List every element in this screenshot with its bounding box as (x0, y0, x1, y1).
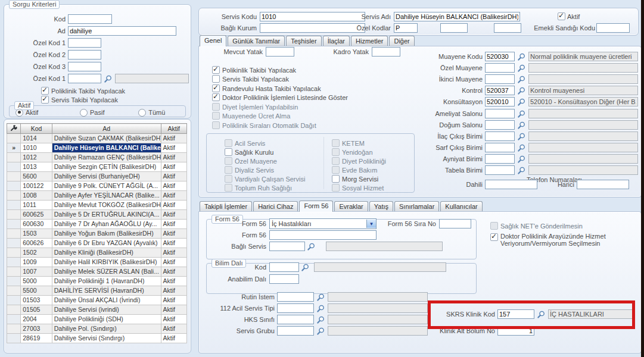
search-icon[interactable] (104, 74, 113, 83)
search-icon[interactable] (517, 121, 526, 130)
table-row[interactable]: 600630Dahiliye 7 Dr Ayhan AĞAOĞLU (Ay...… (7, 220, 187, 229)
tab-yatis[interactable]: Yatış (369, 201, 393, 211)
ozel-kod-1b-input[interactable] (68, 74, 101, 83)
ozel-kod-1-input[interactable] (68, 38, 101, 48)
table-row[interactable]: 5600Dahiliye Servisi (BurhaniyeDH)Aktif (7, 172, 187, 181)
table-row-selected[interactable]: »1010Dahiliye Hüseyin BALKANCI (Balike..… (7, 143, 187, 153)
ilac-cikis-input[interactable] (485, 131, 515, 141)
search-icon[interactable] (517, 155, 526, 164)
servis-adi-input[interactable] (394, 12, 520, 21)
tab-takipli-islemler[interactable]: Takipli İşlemler (200, 201, 252, 211)
sarf-cikis-input[interactable] (485, 143, 515, 152)
mevcut-yatak-input[interactable] (266, 47, 294, 57)
ad-input[interactable] (68, 26, 176, 36)
muayene-kodu-input[interactable] (485, 52, 515, 61)
radio-pasif[interactable]: Pasif (80, 109, 138, 117)
tab-gunluk-tanimlar[interactable]: Günlük Tanımlar (228, 36, 285, 46)
ozel-kodlar-input-3[interactable] (494, 23, 521, 33)
table-row[interactable]: 1011Dahiliye Mevlut TOKGÖZ (BalikesirDH)… (7, 201, 187, 210)
table-row[interactable]: 100122Dahiliye 9 Polk. CÜNEYT AĞGİL (A..… (7, 181, 187, 191)
col-header-kod[interactable]: Kod (21, 124, 52, 134)
ozel-kod-3-input[interactable] (68, 62, 101, 71)
search-icon[interactable] (517, 64, 526, 73)
poliklinik-takibi-checkbox[interactable] (41, 87, 49, 95)
bagli-servis-input[interactable] (269, 242, 305, 251)
form56-sira-no-input[interactable] (439, 219, 471, 228)
search-icon[interactable] (301, 263, 310, 272)
servis-takibi-yapilacak-checkbox[interactable] (212, 75, 220, 83)
table-row[interactable]: 5000Dahiliye Polikliniği 1 (HavranDH)Akt… (7, 277, 187, 286)
randevulu-hasta-checkbox[interactable] (212, 84, 220, 92)
morg-servisi-checkbox[interactable] (332, 175, 340, 183)
ozel-muayene-input[interactable] (485, 63, 515, 73)
kontrol-input[interactable] (485, 86, 515, 95)
dahili-input[interactable] (485, 180, 537, 189)
konsultasyon-input[interactable] (485, 97, 515, 107)
table-row[interactable]: 600626Dahiliye 6 Dr Ebru YAZGAN (Ayvalık… (7, 239, 187, 248)
search-icon[interactable] (517, 143, 526, 152)
aktif-checkbox[interactable] (558, 12, 565, 20)
doktor-poliklinik-arayuz-checkbox[interactable] (490, 233, 498, 241)
poliklinik-takibi-yapilacak-checkbox[interactable] (212, 66, 220, 74)
tab-teshisler[interactable]: Teşhisler (286, 36, 321, 46)
table-row[interactable]: 1007Dahiliye Melek SÜZER ASLAN (Bali...A… (7, 267, 187, 277)
table-row[interactable]: 5500DAHİLİYE SERVİSİ (HavranDH)Aktif (7, 286, 187, 296)
table-row[interactable]: 28619Dahiliye Servisi (Sındırgı)Aktif (7, 334, 187, 343)
ozel-kodlar-input[interactable] (394, 23, 418, 33)
tab-genel[interactable]: Genel (200, 35, 226, 46)
search-icon[interactable] (316, 304, 325, 313)
emekli-sandigi-input[interactable] (596, 23, 630, 33)
hks-sinifi-input[interactable] (277, 315, 314, 324)
ozel-kod-2-input[interactable] (68, 50, 101, 60)
ameliyat-salonu-input[interactable] (485, 109, 515, 118)
tab-hizmetler[interactable]: Hizmetler (351, 36, 388, 46)
form56-text-input[interactable] (269, 230, 377, 240)
table-row[interactable]: 2004Dahiliye Polikliniği (SDH)Aktif (7, 315, 187, 324)
table-row[interactable]: 1009Dahiliye Halil KIRBIYIK (BalikesirDH… (7, 258, 187, 267)
search-icon[interactable] (517, 166, 526, 175)
table-row[interactable]: 600625Dahiliye 5 Dr ERTUĞRUL AKINCI(A...… (7, 210, 187, 220)
table-row[interactable]: 01505Dahiliye Servisi (ivrindi)Aktif (7, 305, 187, 315)
table-row[interactable]: 1502Dahiliye Kliniği (BalikesirDH)Aktif (7, 248, 187, 258)
table-row[interactable]: 1503Dahiliye Yoğun Bakım (BalikesirDH)Ak… (7, 229, 187, 239)
servis-takibi-checkbox[interactable] (41, 96, 49, 104)
tab-diger[interactable]: Diğer (389, 36, 414, 46)
klinik-alt-bolum-input[interactable] (497, 326, 534, 336)
ozel-kodlar-input-2[interactable] (440, 23, 468, 33)
table-row[interactable]: 1012Dahiliye Ramazan GENÇ (BalikesirDH)A… (7, 153, 187, 162)
search-icon[interactable] (537, 310, 546, 319)
tab-ilaclar[interactable]: İlaçlar (323, 36, 350, 46)
search-icon[interactable] (517, 132, 526, 141)
col-header-ad[interactable]: Ad (52, 124, 161, 134)
tab-harici-cihaz[interactable]: Harici Cihaz (253, 201, 298, 211)
tab-evraklar[interactable]: Evraklar (334, 201, 368, 211)
tab-sinirlamalar[interactable]: Sınırlamalar (394, 201, 439, 211)
search-icon[interactable] (517, 52, 526, 61)
acil-servis-tipi-input[interactable] (277, 303, 314, 313)
anabilim-dali-input[interactable] (269, 274, 299, 284)
dogum-salonu-input[interactable] (485, 120, 515, 130)
radio-tumu[interactable]: Tümü (138, 109, 179, 117)
search-icon[interactable] (316, 293, 325, 302)
bilim-dali-kod-input[interactable] (269, 262, 299, 272)
table-row[interactable]: 27003Dahiliye Pol. (Sındırgı)Aktif (7, 324, 187, 334)
search-icon[interactable] (517, 98, 526, 107)
col-header-aktif[interactable]: Aktif (161, 124, 186, 134)
tab-kullanicilar[interactable]: Kullanıcılar (440, 201, 482, 211)
kod-input[interactable] (68, 14, 112, 24)
search-icon[interactable] (517, 109, 526, 118)
tabela-birimi-input[interactable] (485, 165, 515, 175)
search-icon[interactable] (316, 315, 325, 324)
saglik-kurulu-checkbox[interactable] (225, 148, 232, 156)
servis-grubu-input[interactable] (277, 326, 314, 336)
skrs-klinik-kod-input[interactable] (497, 309, 534, 319)
search-icon[interactable] (517, 86, 526, 95)
tab-form-56[interactable]: Form 56 (299, 201, 333, 212)
table-row[interactable]: 1014Dahiliye Suzan ÇAKMAK (BalikesirDH)A… (7, 134, 187, 143)
rutin-istem-input[interactable] (277, 292, 314, 302)
search-icon[interactable] (307, 242, 316, 251)
harici-input[interactable] (577, 180, 629, 189)
search-icon[interactable] (316, 327, 325, 336)
table-row[interactable]: 01503Dahiliye Ünsal AKÇALI (İvrindi)Akti… (7, 296, 187, 305)
ayniyat-birimi-input[interactable] (485, 154, 515, 164)
